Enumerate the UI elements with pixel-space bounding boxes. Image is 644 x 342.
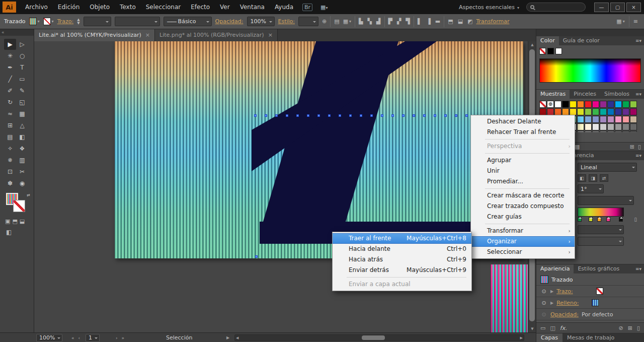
swatch-b2b2b2[interactable] [585,131,592,132]
draw-inside-mode-icon[interactable]: ⬓ [20,218,25,225]
context-item-agrupar[interactable]: Agrupar [471,155,575,166]
draw-behind-mode-icon[interactable]: ⬒ [12,218,17,225]
selection-handle[interactable] [391,114,394,117]
submenu-item-hacia-delante[interactable]: Hacia delanteCtrl+0 [333,244,471,254]
gradient-reverse-icon[interactable]: ⇄ [600,174,608,182]
visibility-eye-icon[interactable]: ⊙ [540,288,547,295]
visibility-eye-icon[interactable]: ⊙ [540,300,547,306]
line-segment-tool[interactable]: ╱ [4,74,16,85]
swatch-0072bc[interactable] [607,108,614,115]
selection-handle[interactable] [296,114,299,117]
swatch-6ccff7[interactable] [577,116,584,123]
selection-tool[interactable]: ▶ [4,39,16,50]
duplicate-item-icon[interactable]: ⊞ [628,325,632,331]
distribute-left-icon[interactable]: ▌ [418,18,422,25]
selection-handle[interactable] [317,114,320,117]
swap-fill-stroke-icon[interactable]: ⇄ [27,193,30,197]
first-artboard-icon[interactable]: « [69,335,76,340]
menu-item-efecto[interactable]: Efecto [186,0,215,14]
selection-handle[interactable] [286,114,288,117]
swatches-tab-muestras[interactable]: Muestras [536,90,570,99]
selection-handle[interactable] [339,114,341,117]
context-item-crear-guias[interactable]: Crear guías [471,212,575,222]
swatch-93278f[interactable] [600,101,607,108]
selection-handle[interactable] [360,114,362,117]
selection-handle[interactable] [255,255,258,258]
new-swatch-icon[interactable]: ⊞ [630,144,634,150]
free-transform-tool[interactable]: ▦ [16,108,28,119]
swatch-8cc63e[interactable] [630,101,637,108]
gradient-stop-3[interactable] [606,217,610,222]
gradient-opacity-combo[interactable] [578,225,624,234]
perspective-grid-tool[interactable]: △ [16,120,28,131]
swatch-808080[interactable] [622,123,629,130]
search-box[interactable] [526,3,586,12]
swatch-bd8cbf[interactable] [607,116,614,123]
style-combo[interactable] [298,17,318,26]
swatches-tab-pinceles[interactable]: Pinceles [570,90,600,99]
swatch-808080[interactable] [615,131,622,132]
swatch-39b54a[interactable] [592,108,599,115]
fill-link[interactable]: Relleno: [556,300,579,306]
align-vertical-top-icon[interactable]: ▛ [388,18,392,25]
gradient-stop-0[interactable] [578,217,582,222]
stroke-link[interactable]: Trazo: [556,288,573,295]
zoom-tool[interactable]: ◉ [16,178,28,189]
align-horizontal-left-icon[interactable]: ▙ [359,18,363,25]
stroke-color-swatch[interactable] [13,200,25,212]
second-artwork[interactable] [491,264,528,332]
swatch-666666[interactable] [630,131,637,132]
selection-handle[interactable] [423,114,426,117]
minimize-button[interactable]: — [594,3,609,12]
swatch-f49ac1[interactable] [615,116,622,123]
swatch-ffde17[interactable] [570,108,577,115]
shape-builder-tool[interactable]: ⊞ [4,120,16,131]
stroke-row[interactable]: ⊙ ▶ Trazo: [536,286,644,297]
swatch-f26522[interactable] [554,108,561,115]
control-panel-menu-icon[interactable]: ≡ [633,18,638,25]
selection-handle[interactable] [370,114,373,117]
swatch-fde700[interactable] [570,101,577,108]
expand-icon[interactable]: ▶ [550,301,553,305]
swatch-c1272d[interactable] [547,108,554,115]
color-tab-guia-de-color[interactable]: Guía de color [559,36,604,45]
gradient-stop-2[interactable] [597,217,601,222]
menu-item-archivo[interactable]: Archivo [20,0,53,14]
isolate-combo[interactable]: ▦▾ [616,18,624,25]
restore-button[interactable]: ▢ [610,3,625,12]
opacity-panel-link[interactable]: Opacidad: [215,18,244,25]
swatches-tab-simbolos[interactable]: Símbolos [600,90,633,99]
swatch-7da7d9[interactable] [585,116,592,123]
lasso-tool[interactable]: ○ [16,50,28,61]
expand-icon[interactable]: ▶ [550,289,553,294]
scroll-up-icon[interactable]: ▲ [528,41,536,48]
swatch-a187be[interactable] [600,116,607,123]
swatch-bfbfbf[interactable] [577,131,584,132]
context-item-unir[interactable]: Unir [471,166,575,176]
stroke-swatch[interactable] [596,288,603,295]
swatch-00adee[interactable] [615,101,622,108]
gradient-fill-icon[interactable]: ◧ [578,174,586,182]
menu-item-seleccionar[interactable]: Seleccionar [141,0,186,14]
context-item-organizar[interactable]: Organizar› [471,236,575,247]
color-tab-color[interactable]: Color [536,36,559,45]
new-fill-icon[interactable]: ◫ [550,325,555,331]
delete-swatch-icon[interactable]: ▯ [638,144,641,150]
swatch-a5a5a5[interactable] [592,131,599,132]
direct-selection-tool[interactable]: ▷ [16,39,28,50]
new-stroke-icon[interactable]: ▭ [540,325,545,331]
menu-item-ver[interactable]: Ver [215,0,235,14]
align-horizontal-right-icon[interactable]: ▟ [376,18,380,25]
swatches-panel-menu-icon[interactable]: ≡▾ [635,92,644,97]
swatch-8393ca[interactable] [592,116,599,123]
swatch-9e005d[interactable] [630,108,637,115]
mesh-tool[interactable]: ▤ [4,131,16,143]
color-spectrum[interactable] [539,58,641,83]
selection-handle[interactable] [465,114,468,117]
swatch-f5831f[interactable] [577,101,584,108]
stroke-weight-combo[interactable] [84,17,111,26]
gradient-stop-4[interactable] [619,217,623,222]
selection-handle[interactable] [434,114,436,117]
toolbar-collapse-icon[interactable]: « [0,29,34,36]
swatch-registration[interactable]: ⊕ [547,101,554,108]
